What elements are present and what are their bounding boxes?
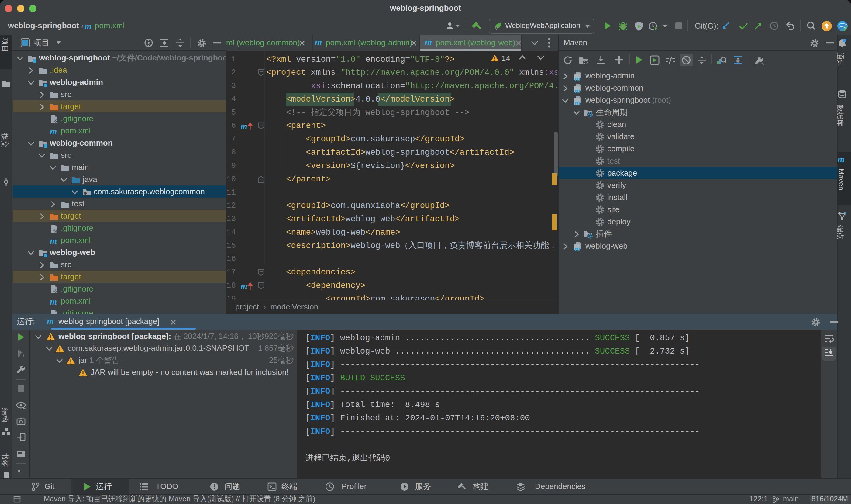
svg-text:m: m [50, 297, 57, 306]
svg-text:m: m [575, 245, 580, 251]
svg-text:m: m [47, 316, 54, 325]
svg-text:m: m [85, 21, 91, 31]
svg-text:m: m [315, 37, 322, 46]
svg-text:m: m [575, 87, 580, 93]
svg-text:m: m [50, 126, 57, 136]
svg-text:m: m [241, 281, 248, 291]
svg-text:m: m [241, 121, 248, 131]
svg-text:m: m [425, 37, 432, 46]
svg-text:m: m [838, 155, 845, 164]
svg-text:m: m [575, 99, 580, 105]
svg-text:9: 9 [21, 353, 24, 358]
svg-text:m: m [575, 74, 580, 81]
svg-text:m: m [50, 236, 57, 245]
